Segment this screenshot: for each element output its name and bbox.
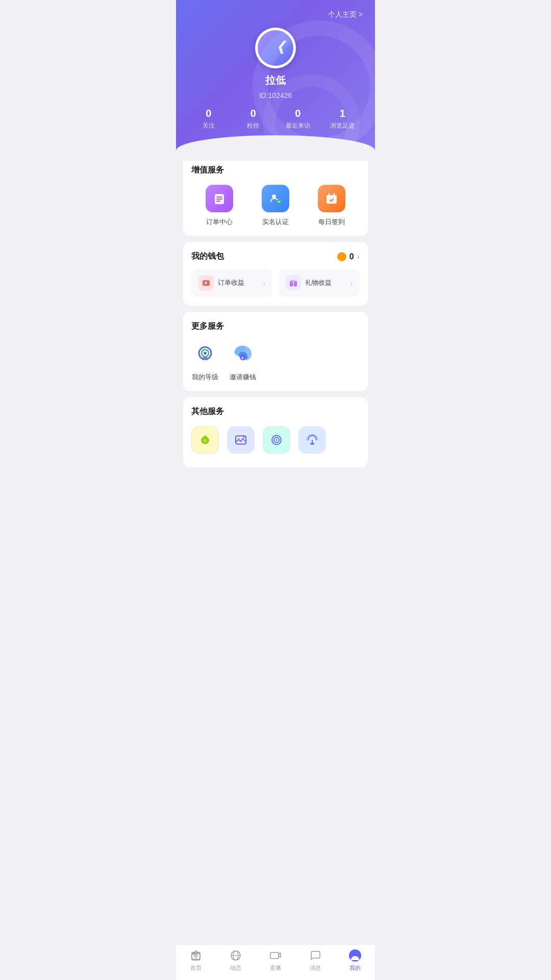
nav-dynamic-label: 动态 <box>230 964 241 972</box>
header-curve-decoration <box>176 135 375 161</box>
more-services-title: 更多服务 <box>191 321 360 332</box>
other-service-4-icon <box>298 426 326 454</box>
wallet-balance[interactable]: 0 › <box>337 252 360 261</box>
nav-home-label: 首页 <box>190 964 202 972</box>
svg-point-19 <box>204 440 206 442</box>
svg-rect-34 <box>270 952 279 959</box>
svg-point-21 <box>238 438 240 440</box>
order-income-label: 订单收益 <box>218 278 244 287</box>
nav-message[interactable]: 消息 <box>295 949 335 972</box>
svg-point-4 <box>272 194 276 199</box>
other-service-1-icon <box>191 426 219 454</box>
value-services-grid: 订单中心 实名认证 <box>191 185 360 227</box>
svg-point-16 <box>204 352 207 355</box>
wallet-chevron-icon: › <box>357 252 360 261</box>
home-icon <box>189 949 203 962</box>
profile-header: 个人主页 > 《 拉低 ID:102426 0 关注 0 粉丝 0 最近来访 1… <box>176 0 375 161</box>
invite-earn-icon: ¥ <box>229 341 257 369</box>
avatar-section: 《 拉低 ID:102426 <box>186 28 365 100</box>
wallet-gift-income[interactable]: 礼物收益 › <box>279 269 360 297</box>
user-id: ID:102426 <box>259 91 292 100</box>
live-icon <box>269 949 282 962</box>
coin-icon <box>337 252 346 261</box>
message-icon <box>309 949 322 962</box>
svg-rect-27 <box>310 443 314 445</box>
main-content: 增值服务 订单中心 <box>176 156 375 514</box>
stat-fans-label: 粉丝 <box>247 121 259 130</box>
nav-dynamic[interactable]: 动态 <box>216 949 256 972</box>
more-services-card: 更多服务 我的等级 <box>183 312 368 391</box>
other-service-2-icon <box>227 426 255 454</box>
other-service-1[interactable] <box>191 426 219 458</box>
gift-income-chevron-icon: › <box>350 279 353 287</box>
value-services-card: 增值服务 订单中心 <box>183 156 368 236</box>
value-services-title: 增值服务 <box>191 165 360 176</box>
other-service-3-icon <box>263 426 290 454</box>
order-income-chevron-icon: › <box>263 279 265 287</box>
stat-browse-history[interactable]: 1 浏览足迹 <box>320 108 365 130</box>
stat-follow-num: 0 <box>206 108 211 119</box>
nav-message-label: 消息 <box>310 964 321 972</box>
wallet-items: 订单收益 › 礼物收益 › <box>191 269 360 297</box>
other-services-grid <box>191 426 360 458</box>
gift-income-label: 礼物收益 <box>305 278 332 287</box>
svg-rect-2 <box>216 199 222 200</box>
service-real-name[interactable]: 实名认证 <box>262 185 289 227</box>
nav-mine-label: 我的 <box>349 964 361 972</box>
order-center-icon <box>206 185 233 212</box>
svg-point-25 <box>276 439 278 441</box>
nav-live[interactable]: 直播 <box>256 949 295 972</box>
nav-home[interactable]: 首页 <box>176 949 216 972</box>
invite-earn-label: 邀请赚钱 <box>230 373 256 382</box>
daily-signin-icon <box>318 185 345 212</box>
bottom-nav: 首页 动态 直播 消息 <box>176 944 375 980</box>
other-service-4[interactable] <box>298 426 326 458</box>
svg-rect-7 <box>327 195 337 198</box>
app-logo: 《 <box>269 38 282 58</box>
svg-rect-3 <box>216 201 220 202</box>
stats-row: 0 关注 0 粉丝 0 最近来访 1 浏览足迹 <box>186 108 365 130</box>
nav-live-label: 直播 <box>270 964 281 972</box>
service-daily-signin-label: 每日签到 <box>318 217 345 227</box>
service-order-center[interactable]: 订单中心 <box>206 185 233 227</box>
my-level-label: 我的等级 <box>192 373 218 382</box>
username: 拉低 <box>265 74 286 87</box>
dynamic-icon <box>229 949 242 962</box>
svg-point-22 <box>243 436 245 438</box>
my-level-icon <box>191 341 219 369</box>
other-service-3[interactable] <box>263 426 290 458</box>
service-daily-signin[interactable]: 每日签到 <box>318 185 345 227</box>
svg-point-36 <box>353 952 357 956</box>
wallet-card: 我的钱包 0 › 订单收益 › <box>183 242 368 306</box>
service-real-name-label: 实名认证 <box>262 217 289 227</box>
other-service-2[interactable] <box>227 426 255 458</box>
wallet-order-income[interactable]: 订单收益 › <box>191 269 272 297</box>
balance-amount: 0 <box>349 252 354 261</box>
stat-browse-history-label: 浏览足迹 <box>330 121 355 130</box>
service-invite-earn[interactable]: ¥ 邀请赚钱 <box>229 341 257 382</box>
stat-fans[interactable]: 0 粉丝 <box>231 108 276 130</box>
order-income-icon <box>198 275 214 290</box>
more-services-grid: 我的等级 ¥ 邀请赚钱 <box>191 341 360 382</box>
nav-mine[interactable]: 我的 <box>335 949 375 972</box>
wallet-title: 我的钱包 <box>191 251 224 262</box>
service-order-center-label: 订单中心 <box>206 217 233 227</box>
stat-recent-visit-label: 最近来访 <box>286 121 310 130</box>
avatar[interactable]: 《 <box>255 28 296 68</box>
other-services-card: 其他服务 <box>183 397 368 467</box>
stat-recent-visit-num: 0 <box>295 108 300 119</box>
personal-home-text: 个人主页 > <box>328 10 363 19</box>
stat-follow[interactable]: 0 关注 <box>186 108 231 130</box>
stat-recent-visit[interactable]: 0 最近来访 <box>276 108 320 130</box>
svg-rect-1 <box>216 197 222 198</box>
stat-follow-label: 关注 <box>203 121 215 130</box>
wallet-header: 我的钱包 0 › <box>191 251 360 262</box>
stat-browse-history-num: 1 <box>340 108 345 119</box>
stat-fans-num: 0 <box>251 108 256 119</box>
personal-home-link[interactable]: 个人主页 > <box>186 10 365 19</box>
mine-icon <box>348 949 362 962</box>
other-services-title: 其他服务 <box>191 406 360 417</box>
svg-text:¥: ¥ <box>241 356 244 360</box>
service-my-level[interactable]: 我的等级 <box>191 341 219 382</box>
gift-income-icon <box>286 275 301 290</box>
